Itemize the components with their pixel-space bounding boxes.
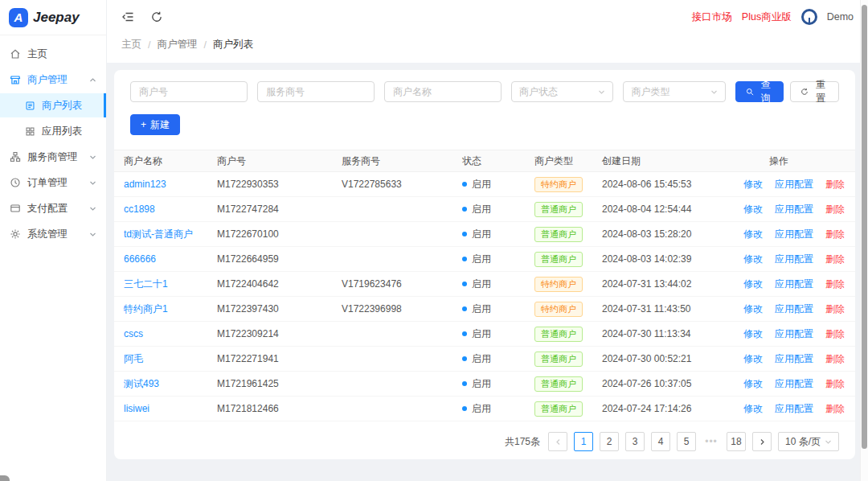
sidebar-item-isv-mgmt[interactable]: 服务商管理 bbox=[0, 145, 106, 169]
col-isv-no: 服务商号 bbox=[335, 150, 456, 172]
merchant-name-link[interactable]: 测试493 bbox=[124, 378, 159, 389]
edit-link[interactable]: 修改 bbox=[743, 228, 763, 240]
merchant-name-link[interactable]: lisiwei bbox=[124, 403, 149, 414]
app-config-link[interactable]: 应用配置 bbox=[775, 253, 813, 265]
app-config-link[interactable]: 应用配置 bbox=[775, 328, 813, 339]
merchant-name-link[interactable]: admin123 bbox=[124, 179, 166, 190]
edit-link[interactable]: 修改 bbox=[743, 378, 763, 389]
edit-link[interactable]: 修改 bbox=[743, 353, 763, 364]
app-config-link[interactable]: 应用配置 bbox=[775, 228, 813, 240]
app-config-link[interactable]: 应用配置 bbox=[775, 303, 813, 314]
status-dot bbox=[462, 381, 467, 386]
reload-icon[interactable] bbox=[150, 10, 163, 23]
page-button[interactable]: 18 bbox=[727, 432, 746, 451]
merchant-name-link[interactable]: cc1898 bbox=[124, 204, 155, 215]
app-config-link[interactable]: 应用配置 bbox=[775, 378, 813, 389]
page-button[interactable]: 1 bbox=[574, 432, 593, 451]
delete-link[interactable]: 删除 bbox=[825, 204, 845, 215]
sidebar-item-merchant-list[interactable]: 商户列表 bbox=[0, 93, 106, 117]
delete-link[interactable]: 删除 bbox=[825, 253, 845, 265]
app-config-link[interactable]: 应用配置 bbox=[775, 179, 813, 190]
status-dot bbox=[462, 356, 467, 361]
merchant-type-select[interactable]: 商户类型 bbox=[623, 81, 725, 102]
edit-link[interactable]: 修改 bbox=[743, 303, 763, 314]
page-button[interactable]: 5 bbox=[677, 432, 696, 451]
status-label: 启用 bbox=[472, 378, 491, 389]
cell-merchant-type: 普通商户 bbox=[528, 372, 596, 397]
sidebar-item-system-mgmt[interactable]: 系统管理 bbox=[0, 222, 106, 246]
prev-page-button[interactable] bbox=[548, 432, 567, 451]
app-config-link[interactable]: 应用配置 bbox=[775, 353, 813, 364]
delete-link[interactable]: 删除 bbox=[825, 378, 845, 389]
cell-merchant-name: cscs bbox=[114, 322, 211, 347]
sidebar-item-merchant-mgmt[interactable]: 商户管理 bbox=[0, 68, 106, 92]
order-icon bbox=[10, 177, 21, 188]
sidebar-item-home[interactable]: 主页 bbox=[0, 42, 106, 66]
edit-link[interactable]: 修改 bbox=[743, 328, 763, 339]
avatar[interactable] bbox=[801, 9, 817, 25]
delete-link[interactable]: 删除 bbox=[825, 303, 845, 314]
app-config-link[interactable]: 应用配置 bbox=[775, 204, 813, 215]
merchant-state-select[interactable]: 商户状态 bbox=[511, 81, 613, 102]
page-button[interactable]: 2 bbox=[600, 432, 619, 451]
edit-link[interactable]: 修改 bbox=[743, 179, 763, 190]
delete-link[interactable]: 删除 bbox=[825, 228, 845, 240]
horizontal-scrollbar-thumb[interactable] bbox=[0, 475, 10, 481]
sidebar-item-pay-config[interactable]: 支付配置 bbox=[0, 196, 106, 220]
delete-link[interactable]: 删除 bbox=[825, 278, 845, 290]
status-dot bbox=[462, 182, 467, 187]
menu-fold-icon[interactable] bbox=[121, 10, 134, 23]
user-name[interactable]: Demo bbox=[827, 11, 854, 23]
top-header: 接口市场 Plus商业版 Demo bbox=[107, 0, 868, 34]
delete-link[interactable]: 删除 bbox=[825, 353, 845, 364]
edit-link[interactable]: 修改 bbox=[743, 253, 763, 265]
table-header-row: 商户名称 商户号 服务商号 状态 商户类型 创建日期 操作 bbox=[114, 150, 855, 172]
reset-button[interactable]: 重置 bbox=[790, 81, 839, 102]
merchant-type-tag: 普通商户 bbox=[534, 401, 583, 417]
cell-merchant-no: M1722397430 bbox=[211, 297, 335, 322]
status-dot bbox=[462, 207, 467, 212]
cell-merchant-no: M1722404642 bbox=[211, 272, 335, 297]
created-date: 2024-08-04 12:54:44 bbox=[602, 204, 691, 215]
status-dot bbox=[462, 406, 467, 411]
delete-link[interactable]: 删除 bbox=[825, 403, 845, 414]
api-market-link[interactable]: 接口市场 bbox=[692, 10, 732, 24]
merchant-name-link[interactable]: 阿毛 bbox=[124, 353, 143, 364]
edit-link[interactable]: 修改 bbox=[743, 204, 763, 215]
isv-no-input[interactable] bbox=[257, 81, 375, 102]
search-button[interactable]: 查询 bbox=[735, 81, 784, 102]
new-merchant-button[interactable]: + 新建 bbox=[130, 114, 180, 135]
merchant-no-input[interactable] bbox=[130, 81, 248, 102]
pagination-ellipsis[interactable]: ••• bbox=[702, 436, 720, 447]
sidebar-item-app-list[interactable]: 应用列表 bbox=[0, 119, 106, 143]
plus-edition-link[interactable]: Plus商业版 bbox=[742, 10, 792, 24]
edit-link[interactable]: 修改 bbox=[743, 278, 763, 290]
delete-link[interactable]: 删除 bbox=[825, 328, 845, 339]
jeepay-logo[interactable]: A Jeepay bbox=[0, 0, 106, 35]
merchant-name-link[interactable]: 666666 bbox=[124, 253, 156, 265]
merchant-name-link[interactable]: 特约商户1 bbox=[124, 303, 168, 314]
merchant-name-link[interactable]: cscs bbox=[124, 328, 143, 339]
breadcrumb-merchant-mgmt[interactable]: 商户管理 bbox=[157, 38, 197, 51]
breadcrumb-home[interactable]: 主页 bbox=[121, 38, 141, 51]
app-config-link[interactable]: 应用配置 bbox=[775, 278, 813, 290]
merchant-name-link[interactable]: td测试-普通商户 bbox=[124, 228, 193, 240]
cell-state: 启用 bbox=[456, 347, 528, 372]
app-config-link[interactable]: 应用配置 bbox=[775, 403, 813, 414]
vertical-scrollbar[interactable] bbox=[860, 0, 868, 481]
next-page-button[interactable] bbox=[752, 432, 772, 451]
cell-isv-no bbox=[335, 322, 456, 347]
edit-link[interactable]: 修改 bbox=[743, 403, 763, 414]
page-size-select[interactable]: 10 条/页 bbox=[778, 432, 839, 451]
merchant-no: M1722271941 bbox=[217, 353, 279, 364]
chevron-down-icon bbox=[89, 179, 96, 187]
page-button[interactable]: 3 bbox=[625, 432, 645, 451]
cell-created-date: 2024-07-30 00:52:21 bbox=[596, 347, 737, 372]
merchant-name-input[interactable] bbox=[384, 81, 502, 102]
sidebar-item-order-mgmt[interactable]: 订单管理 bbox=[0, 171, 106, 195]
delete-link[interactable]: 删除 bbox=[825, 179, 845, 190]
page-button[interactable]: 4 bbox=[651, 432, 670, 451]
merchant-name-link[interactable]: 三七二十1 bbox=[124, 278, 168, 290]
vertical-scrollbar-thumb[interactable] bbox=[862, 5, 867, 449]
main-area: 接口市场 Plus商业版 Demo 主页 / 商户管理 / 商户列表 bbox=[107, 0, 868, 481]
